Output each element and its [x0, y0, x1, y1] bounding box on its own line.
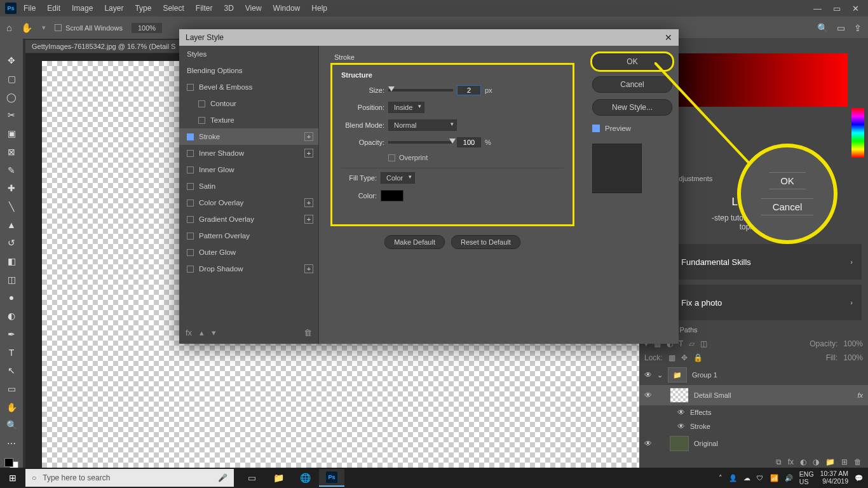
visibility-icon[interactable]: 👁 — [644, 439, 652, 448]
layer-mask-icon[interactable]: ◐ — [800, 458, 806, 466]
menu-image[interactable]: Image — [67, 1, 97, 15]
new-layer-icon[interactable]: ⊞ — [841, 458, 848, 466]
filter-smart-icon[interactable]: ◫ — [700, 339, 707, 348]
crop-tool-icon[interactable]: ▣ — [4, 128, 18, 140]
path-tool-icon[interactable]: ↖ — [4, 365, 18, 377]
lock-position-icon[interactable]: ✥ — [681, 353, 688, 362]
dialog-titlebar[interactable]: Layer Style ✕ — [179, 29, 679, 46]
photoshop-taskbar-icon[interactable]: Ps — [319, 469, 344, 487]
fx-badge[interactable]: fx — [857, 391, 863, 399]
effect-texture[interactable]: Texture — [179, 112, 318, 128]
add-effect-icon[interactable]: + — [304, 264, 313, 273]
layer-stroke-effect-row[interactable]: 👁 Stroke — [639, 419, 868, 433]
task-view-icon[interactable]: ▭ — [239, 469, 264, 487]
hand-tool-icon[interactable]: ✋ — [21, 22, 33, 34]
notifications-icon[interactable]: 💬 — [855, 474, 863, 482]
effect-gradient-overlay[interactable]: Gradient Overlay+ — [179, 211, 318, 227]
mic-icon[interactable]: 🎤 — [218, 473, 227, 482]
search-icon[interactable]: 🔍 — [817, 23, 828, 33]
share-icon[interactable]: ⇪ — [854, 23, 862, 33]
dialog-close-icon[interactable]: ✕ — [665, 32, 672, 43]
zoom-tool-icon[interactable]: 🔍 — [4, 419, 18, 431]
layer-effects-row[interactable]: 👁 Effects — [639, 405, 868, 419]
fill-value[interactable]: 100% — [843, 353, 863, 362]
delete-layer-icon[interactable]: 🗑 — [854, 458, 862, 466]
taskbar-search[interactable]: ○ Type here to search 🎤 — [25, 469, 234, 487]
effect-inner-glow[interactable]: Inner Glow — [179, 161, 318, 178]
add-effect-icon[interactable]: + — [304, 198, 313, 207]
effect-outer-glow[interactable]: Outer Glow — [179, 244, 318, 261]
start-button[interactable]: ⊞ — [0, 473, 25, 483]
pen-tool-icon[interactable]: ✒ — [4, 329, 18, 341]
lasso-tool-icon[interactable]: ◯ — [4, 91, 18, 103]
menu-window[interactable]: Window — [269, 1, 305, 15]
window-close-icon[interactable]: ✕ — [852, 4, 859, 13]
security-icon[interactable]: 🛡 — [757, 474, 764, 482]
visibility-icon[interactable]: 👁 — [677, 422, 685, 431]
menu-3d[interactable]: 3D — [219, 1, 238, 15]
workspace-icon[interactable]: ▭ — [837, 23, 845, 33]
size-input[interactable] — [457, 85, 481, 95]
menu-filter[interactable]: Filter — [191, 1, 217, 15]
opacity-value[interactable]: 100% — [843, 339, 863, 348]
effect-stroke[interactable]: Stroke+ — [179, 128, 318, 145]
reset-default-button[interactable]: Reset to Default — [451, 235, 520, 249]
lock-pixels-icon[interactable]: ▦ — [668, 353, 675, 362]
hand-tool-icon[interactable]: ✋ — [4, 401, 18, 413]
ok-button[interactable]: OK — [592, 53, 672, 70]
fx-icon[interactable]: fx — [186, 328, 192, 337]
fill-type-dropdown[interactable]: Color — [381, 172, 415, 184]
filter-shape-icon[interactable]: ▱ — [689, 339, 695, 348]
window-restore-icon[interactable]: ▭ — [833, 4, 841, 13]
dodge-tool-icon[interactable]: ◐ — [4, 310, 18, 322]
effect-contour[interactable]: Contour — [179, 95, 318, 112]
lock-all-icon[interactable]: 🔒 — [693, 353, 703, 362]
eraser-tool-icon[interactable]: ◧ — [4, 255, 18, 268]
new-fill-icon[interactable]: ◑ — [813, 458, 819, 466]
styles-header[interactable]: Styles — [179, 46, 318, 62]
onedrive-icon[interactable]: ☁ — [743, 474, 750, 482]
effect-bevel[interactable]: Bevel & Emboss — [179, 79, 318, 95]
people-icon[interactable]: 👤 — [729, 474, 737, 482]
menu-help[interactable]: Help — [307, 1, 332, 15]
new-style-button[interactable]: New Style... — [592, 99, 672, 116]
opacity-input[interactable] — [457, 137, 481, 147]
chrome-icon[interactable]: 🌐 — [292, 469, 318, 487]
stroke-color-swatch[interactable] — [381, 190, 403, 201]
add-effect-icon[interactable]: + — [304, 149, 313, 158]
blend-mode-dropdown[interactable]: Normal — [388, 119, 457, 131]
layer-fx-icon[interactable]: fx — [788, 458, 794, 466]
type-tool-icon[interactable]: T — [4, 346, 18, 358]
stamp-tool-icon[interactable]: ▲ — [4, 219, 18, 231]
history-brush-tool-icon[interactable]: ↺ — [4, 237, 18, 249]
layer-group-row[interactable]: 👁 ⌄ 📁 Group 1 — [639, 365, 868, 385]
new-group-icon[interactable]: 📁 — [825, 458, 835, 466]
menu-edit[interactable]: Edit — [43, 1, 65, 15]
taskbar-clock[interactable]: 10:37 AM9/4/2019 — [820, 470, 848, 485]
tray-chevron-icon[interactable]: ˄ — [719, 474, 722, 482]
move-down-icon[interactable]: ▾ — [212, 328, 216, 337]
effect-pattern-overlay[interactable]: Pattern Overlay — [179, 227, 318, 244]
menu-view[interactable]: View — [241, 1, 266, 15]
size-slider[interactable] — [388, 89, 453, 92]
gradient-tool-icon[interactable]: ◫ — [4, 273, 18, 285]
zoom-percent[interactable]: 100% — [132, 23, 162, 33]
layer-original-row[interactable]: 👁 Original — [639, 433, 868, 454]
marquee-tool-icon[interactable]: ▢ — [4, 73, 18, 85]
menu-layer[interactable]: Layer — [100, 1, 128, 15]
make-default-button[interactable]: Make Default — [384, 235, 445, 249]
visibility-icon[interactable]: 👁 — [644, 370, 652, 379]
language-indicator[interactable]: ENGUS — [799, 470, 814, 485]
volume-icon[interactable]: 🔊 — [785, 474, 793, 482]
effect-satin[interactable]: Satin — [179, 178, 318, 194]
preview-checkbox[interactable] — [592, 125, 600, 132]
blending-options[interactable]: Blending Options — [179, 62, 318, 79]
cancel-button[interactable]: Cancel — [592, 76, 672, 93]
position-dropdown[interactable]: Inside — [388, 102, 424, 113]
edit-toolbar-icon[interactable]: ⋯ — [4, 438, 18, 450]
document-tab[interactable]: GettyImages-76185342.jpg @ 16.7% (Detail… — [25, 40, 182, 53]
add-effect-icon[interactable]: + — [304, 132, 313, 141]
move-up-icon[interactable]: ▴ — [200, 328, 204, 337]
menu-file[interactable]: File — [19, 1, 40, 15]
effect-drop-shadow[interactable]: Drop Shadow+ — [179, 261, 318, 277]
